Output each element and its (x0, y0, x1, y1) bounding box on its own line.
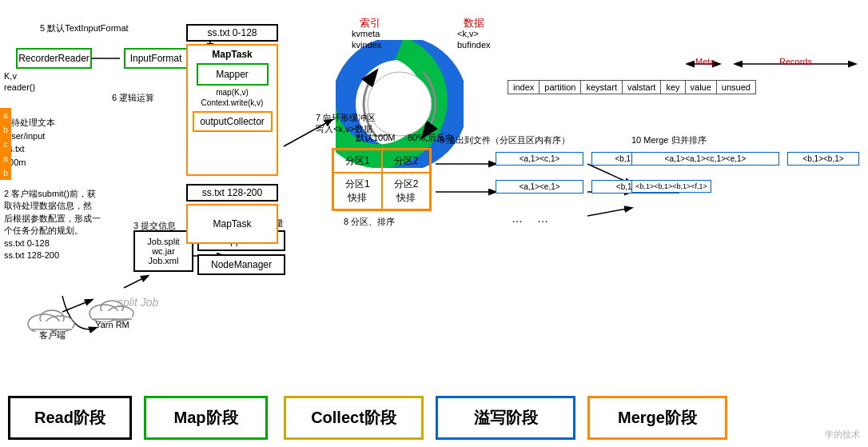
step3-box: Job.split wc.jar Job.xml (133, 230, 193, 272)
step8-label: 8 分区、排序 (344, 216, 395, 228)
merge-result3: <b,1><b,1><b,1><f,1> (631, 180, 711, 193)
meta-label: Meta (695, 57, 715, 66)
nodemanager-box: NodeManager (197, 254, 285, 275)
part1-sort-cell: 分区1快排 (333, 173, 382, 210)
yarn-rm-cloud: Yarn RM (86, 294, 138, 334)
client-cloud: 客户端 (24, 304, 80, 340)
input-format-box: InputFormat (124, 48, 188, 69)
output-collector-box: outputCollector (193, 111, 273, 132)
svg-line-13 (587, 208, 631, 216)
watermark: 学的技术 (825, 429, 860, 441)
recorder-reader-box: RecorderReader (16, 48, 92, 69)
bufindex-label: bufindex (457, 40, 491, 50)
maptask2-box: MapTask (186, 204, 278, 244)
maptask1-box: MapTask Mapper map(K,v)Context.write(k,v… (186, 44, 278, 176)
stage-map: Map阶段 (144, 396, 268, 440)
ellipsis-label: … … (512, 212, 550, 226)
part1-cell: 分区1 (333, 150, 382, 173)
spill-row3: <a,1><e,1> (496, 180, 583, 194)
svg-rect-19 (32, 321, 72, 329)
svg-rect-24 (92, 311, 132, 319)
merge-result2: <b,1><b,1> (787, 152, 859, 166)
step1-label: 1 待处理文本/user/inputss.txt200m (4, 116, 55, 169)
merge-result1: <a,1><a,1><c,1><e,1> (631, 152, 779, 166)
data-bar: a b c a b (0, 108, 11, 180)
step6-label: 6 逻辑运算 (112, 92, 154, 104)
partition-grid: 分区1 分区2 分区1快排 分区2快排 (332, 148, 432, 211)
step2-label: 2 客户端submit()前，获取待处理数据信息，然后根据参数配置，形成一个任务… (4, 188, 132, 261)
default-buffer-label: 默认100M (356, 132, 396, 144)
step5-label: 5 默认TextInputFormat (40, 22, 129, 34)
kvindex-label: kvindex (352, 40, 381, 50)
svg-line-6 (124, 276, 148, 288)
kvdata-label: <k,v> (457, 29, 479, 38)
stage-merge: Merge阶段 (587, 396, 727, 440)
part2-cell: 分区2 (382, 150, 431, 173)
kvmeta-label: kvmeta (352, 29, 380, 38)
kv-reader-label: K,vreader() (4, 70, 35, 94)
stage-spill: 溢写阶段 (436, 396, 575, 440)
sstxt1-box: ss.txt 0-128 (186, 24, 278, 42)
part2-sort-cell: 分区2快排 (382, 173, 431, 210)
spill-row1: <a,1><c,1> (496, 152, 583, 166)
step10-label: 10 Merge 归并排序 (631, 134, 707, 146)
sstxt2-box: ss.txt 128-200 (186, 184, 278, 202)
stage-collect: Collect阶段 (284, 396, 424, 440)
records-label: Records (779, 57, 812, 66)
stage-read: Read阶段 (8, 396, 132, 440)
mapper-box: Mapper (197, 63, 269, 86)
step9-label: 9 溢出到文件（分区且区内有序） (440, 134, 570, 146)
meta-table: index partition keystart valstart key va… (508, 80, 756, 94)
